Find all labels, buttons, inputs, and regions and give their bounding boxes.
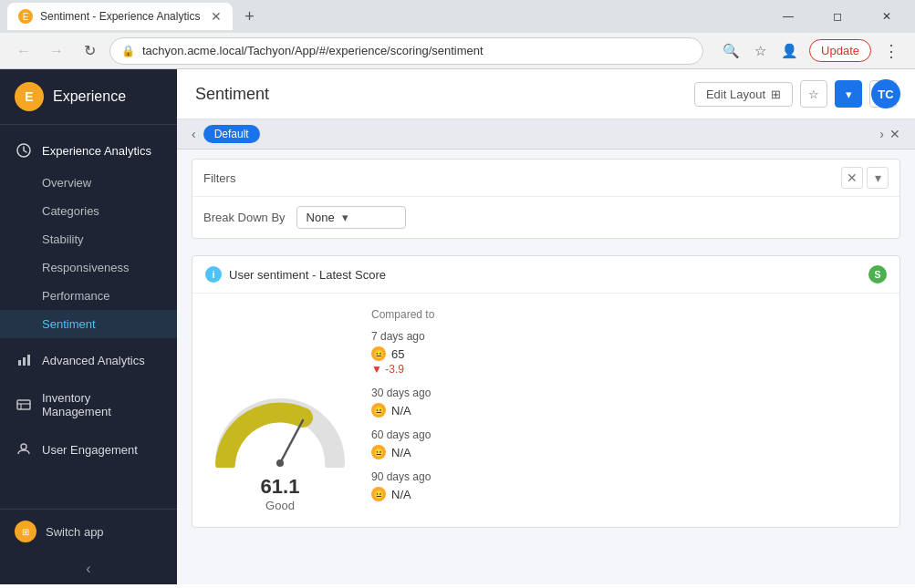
sidebar-item-experience-analytics[interactable]: Experience Analytics [0, 132, 177, 169]
browser-menu-button[interactable]: ⋮ [879, 38, 904, 64]
sidebar: E Experience Experience Analytics Ove [0, 69, 177, 584]
app-title: Experience [53, 88, 126, 105]
page-title: Sentiment [195, 85, 269, 104]
sidebar-item-label: User Engagement [42, 443, 138, 457]
filters-body: Break Down By None ▾ [192, 197, 899, 238]
back-button[interactable]: ← [11, 38, 36, 64]
sidebar-sub-responsiveness[interactable]: Responsiveness [0, 253, 177, 282]
cards-area: i User sentiment - Latest Score S [177, 248, 915, 584]
main-content: Sentiment Edit Layout ⊞ ☆ ▾ ⤢ TC [177, 69, 915, 584]
sentiment-score-card: i User sentiment - Latest Score S [192, 255, 900, 528]
value-60days: N/A [391, 446, 411, 459]
forward-button[interactable]: → [44, 38, 69, 64]
info-icon: i [205, 266, 222, 283]
comparison-item-7days: 7 days ago 😐 65 ▼ -3.9 [371, 330, 885, 376]
svg-rect-2 [23, 357, 26, 366]
sidebar-item-user-engagement[interactable]: User Engagement [0, 431, 177, 468]
value-7days: 65 [391, 347, 404, 361]
comparison-item-60days: 60 days ago 😐 N/A [371, 428, 885, 459]
sidebar-item-label: Advanced Analytics [42, 354, 145, 367]
bookmark-icon-btn[interactable]: ☆ [747, 38, 773, 64]
comparison-value-30days: 😐 N/A [371, 403, 885, 418]
close-icon: ✕ [847, 170, 858, 185]
minimize-button[interactable]: — [767, 3, 809, 30]
smiley-icon-7days: 😐 [371, 346, 386, 361]
svg-point-5 [21, 444, 26, 449]
comparison-value-60days: 😐 N/A [371, 445, 885, 459]
sidebar-sub-stability[interactable]: Stability [0, 225, 177, 253]
svg-rect-4 [17, 400, 30, 409]
smiley-icon-60days: 😐 [371, 445, 386, 459]
star-button[interactable]: ☆ [800, 80, 827, 108]
comparison-value-7days: 😐 65 [371, 346, 885, 361]
maximize-button[interactable]: ◻ [816, 3, 858, 30]
comparison-title: Compared to [371, 308, 885, 321]
comparison-period-60days: 60 days ago [371, 428, 885, 441]
sidebar-header: E Experience [0, 69, 177, 125]
tab-next-arrow[interactable]: › [879, 127, 884, 141]
new-tab-button[interactable]: + [236, 4, 262, 29]
gauge-value: 61.1 Good [261, 475, 300, 512]
sidebar-sub-performance[interactable]: Performance [0, 282, 177, 310]
inventory-icon [15, 396, 33, 414]
dropdown-button[interactable]: ▾ [835, 80, 862, 108]
profile-icon-btn[interactable]: 👤 [776, 38, 802, 64]
tabs-bar: ‹ Default › ✕ [177, 119, 915, 150]
breakdown-value: None [307, 211, 335, 224]
card-header: i User sentiment - Latest Score S [192, 256, 899, 294]
sidebar-sub-categories[interactable]: Categories [0, 197, 177, 225]
sidebar-item-advanced-analytics[interactable]: Advanced Analytics [0, 342, 177, 378]
address-bar[interactable]: 🔒 tachyon.acme.local/Tachyon/App/#/exper… [109, 37, 703, 65]
filters-header: Filters ✕ ▾ [192, 160, 899, 197]
sidebar-item-inventory-management[interactable]: Inventory Management [0, 382, 177, 428]
switch-app-icon: ⊞ [15, 521, 36, 542]
comparison-period-7days: 7 days ago [371, 330, 885, 343]
edit-layout-label: Edit Layout [706, 88, 765, 101]
comparison-item-30days: 30 days ago 😐 N/A [371, 387, 885, 418]
edit-layout-button[interactable]: Edit Layout ⊞ [694, 82, 793, 107]
sidebar-nav: Experience Analytics Overview Categories… [0, 125, 177, 468]
close-window-button[interactable]: ✕ [866, 3, 908, 30]
update-button[interactable]: Update [809, 39, 871, 62]
switch-app-label: Switch app [46, 525, 104, 539]
svg-line-6 [280, 420, 303, 463]
refresh-button[interactable]: ↻ [77, 38, 102, 64]
filters-panel: Filters ✕ ▾ Break Down By None ▾ [192, 159, 900, 239]
breakdown-arrow-icon: ▾ [342, 211, 348, 224]
sidebar-collapse-button[interactable]: ‹ [0, 553, 177, 584]
comparison-area: Compared to 7 days ago 😐 65 ▼ -3.9 [371, 308, 885, 512]
url-text: tachyon.acme.local/Tachyon/App/#/experie… [142, 44, 691, 57]
tab-arrow-left[interactable]: ‹ [192, 127, 196, 141]
sidebar-section-experience: Experience Analytics Overview Categories… [0, 132, 177, 338]
tab-close-btn[interactable]: ✕ [211, 9, 222, 24]
main-header: Sentiment Edit Layout ⊞ ☆ ▾ ⤢ TC [177, 69, 915, 119]
grid-icon: ⊞ [771, 88, 781, 101]
menu-icon: ▾ [875, 170, 881, 185]
sidebar-sub-sentiment[interactable]: Sentiment [0, 310, 177, 338]
search-icon-btn[interactable]: 🔍 [718, 38, 743, 64]
filters-close-button[interactable]: ✕ [841, 167, 863, 189]
filters-actions: ✕ ▾ [841, 167, 889, 189]
default-tab[interactable]: Default [203, 125, 260, 143]
filters-menu-button[interactable]: ▾ [867, 167, 889, 189]
smiley-icon-30days: 😐 [371, 403, 386, 418]
advanced-analytics-icon [15, 351, 33, 369]
breakdown-select[interactable]: None ▾ [296, 206, 406, 229]
user-avatar: TC [871, 79, 900, 108]
comparison-value-90days: 😐 N/A [371, 487, 885, 501]
dropdown-icon: ▾ [846, 88, 852, 101]
app-logo: E [15, 82, 44, 111]
tab-title: Sentiment - Experience Analytics [40, 10, 200, 23]
header-actions: Edit Layout ⊞ ☆ ▾ ⤢ [694, 80, 897, 108]
svg-rect-1 [18, 360, 21, 366]
browser-tab[interactable]: E Sentiment - Experience Analytics ✕ [7, 3, 233, 30]
card-title-area: i User sentiment - Latest Score [205, 266, 386, 283]
tab-close-btn[interactable]: ✕ [889, 127, 900, 141]
breakdown-label: Break Down By [203, 211, 286, 224]
sidebar-item-label: Experience Analytics [42, 144, 151, 158]
sidebar-sub-overview[interactable]: Overview [0, 169, 177, 197]
card-badge: S [868, 265, 887, 284]
comparison-period-90days: 90 days ago [371, 470, 885, 483]
switch-app-button[interactable]: ⊞ Switch app [0, 509, 177, 553]
tabs-right-actions: › ✕ [879, 127, 900, 141]
